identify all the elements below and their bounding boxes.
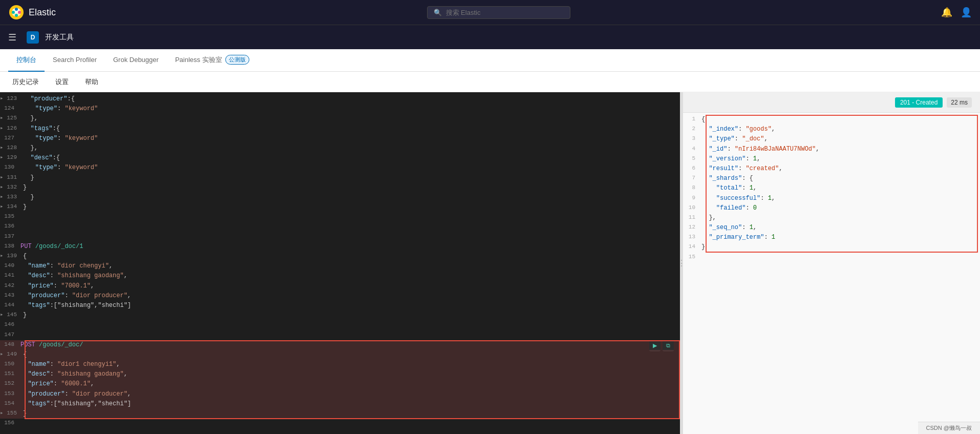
output-line-content: },	[701, 213, 976, 223]
editor-panel: ▸ 123 "producer":{124 "type": "keyword"▸…	[0, 92, 680, 434]
output-line-number: 14	[683, 242, 701, 252]
output-line-number: 12	[683, 223, 701, 232]
output-line: 10 "failed": 0	[683, 203, 980, 213]
line-number: 142	[0, 281, 20, 291]
beta-badge: 公测版	[225, 55, 249, 65]
line-number: 144	[0, 301, 20, 310]
line-number: 146	[0, 320, 20, 329]
line-number: 136	[0, 222, 20, 231]
code-line: 124 "type": "keyword"	[0, 104, 680, 114]
code-line: 146	[0, 320, 680, 330]
line-content: "tags":["shishang","shechi"]	[20, 399, 676, 409]
user-icon[interactable]: 👤	[961, 7, 972, 18]
line-content: PUT /goods/_doc/1	[20, 242, 676, 252]
output-line: 2 "_index": "goods",	[683, 125, 980, 134]
output-line-number: 10	[683, 203, 701, 213]
output-line-content: "result": "created",	[701, 164, 976, 174]
toolbar: 历史记录 设置 帮助	[0, 72, 980, 92]
code-line: ▸ 133 }	[0, 193, 680, 202]
code-line: ▸ 131 }	[0, 173, 680, 183]
code-line: ▸ 126 "tags":{	[0, 124, 680, 134]
output-line: 12 "_seq_no": 1,	[683, 223, 980, 233]
tab-painless-lab[interactable]: Painless 实验室 公测版	[167, 49, 258, 72]
output-line: 15	[683, 253, 980, 262]
settings-button[interactable]: 设置	[51, 75, 73, 89]
line-number: ▸ 125	[0, 114, 23, 123]
line-content: }	[23, 173, 676, 183]
nav-left: Elastic	[8, 4, 56, 20]
output-code[interactable]: 1{2 "_index": "goods",3 "_type": "_doc",…	[683, 113, 980, 434]
line-content: },	[23, 114, 676, 123]
line-number: ▸ 139	[0, 252, 23, 261]
line-content: "tags":["shishang","shechi"]	[20, 301, 676, 311]
code-line: 151 "desc": "shishang gaodang",	[0, 369, 680, 379]
line-number: ▸ 123	[0, 94, 23, 104]
svg-point-5	[15, 8, 18, 11]
output-line: 1{	[683, 115, 980, 125]
line-number: 150	[0, 360, 20, 369]
line-content: "type": "keyword"	[20, 104, 676, 114]
line-number: ▸ 149	[0, 350, 23, 359]
output-line: 9 "successful": 1,	[683, 194, 980, 203]
line-number: ▸ 134	[0, 202, 23, 212]
code-line: 142 "price": "7000.1",	[0, 281, 680, 291]
line-number: ▸ 155	[0, 409, 23, 418]
output-line-number: 2	[683, 125, 701, 134]
tab-grok-debugger[interactable]: Grok Debugger	[105, 49, 167, 72]
output-line: 4 "_id": "nIri84wBJaNAATU7NWOd",	[683, 144, 980, 154]
code-line: 136	[0, 222, 680, 232]
output-line: 13 "_primary_term": 1	[683, 233, 980, 242]
tab-search-profiler[interactable]: Search Profiler	[45, 49, 105, 72]
line-number: ▸ 128	[0, 143, 23, 153]
line-number: 147	[0, 330, 20, 340]
output-line: 14}	[683, 242, 980, 252]
line-content: },	[23, 143, 676, 153]
output-line-number: 15	[683, 253, 701, 262]
editor-wrapper: ▸ 123 "producer":{124 "type": "keyword"▸…	[0, 92, 680, 434]
line-content: "producer":{	[23, 94, 676, 104]
code-line: 143 "producer": "dior producer",	[0, 291, 680, 301]
code-line: ▸ 125 },	[0, 114, 680, 123]
line-content: {	[23, 350, 676, 360]
code-line: ▸ 132}	[0, 183, 680, 193]
output-line-content: "_primary_term": 1	[701, 233, 976, 242]
hamburger-menu-icon[interactable]: ☰	[8, 32, 16, 43]
code-line: 130 "type": "keyword"	[0, 163, 680, 173]
elastic-logo[interactable]: Elastic	[8, 4, 56, 20]
line-number: 143	[0, 291, 20, 300]
output-line: 6 "result": "created",	[683, 164, 980, 174]
output-line-number: 1	[683, 115, 701, 124]
code-editor[interactable]: ▸ 123 "producer":{124 "type": "keyword"▸…	[0, 92, 680, 430]
history-button[interactable]: 历史记录	[8, 75, 43, 89]
line-number: 135	[0, 212, 20, 221]
global-search-bar[interactable]: 🔍	[427, 6, 570, 19]
line-content: "name": "dior1 chengyi1",	[20, 360, 676, 369]
time-badge: 22 ms	[947, 97, 972, 108]
global-search-input[interactable]	[446, 9, 564, 16]
line-number: ▸ 133	[0, 193, 23, 202]
tab-console[interactable]: 控制台	[8, 49, 45, 72]
output-line-content: "total": 1,	[701, 183, 976, 193]
line-number: 140	[0, 261, 20, 271]
line-number: 154	[0, 399, 20, 408]
line-content: "producer": "dior producer",	[20, 291, 676, 301]
output-line-number: 5	[683, 154, 701, 163]
code-line: ▸ 129 "desc":{	[0, 153, 680, 163]
help-button[interactable]: 帮助	[81, 75, 102, 89]
code-line: 137	[0, 232, 680, 242]
line-content: "desc": "shishang gaodang",	[20, 271, 676, 281]
line-content: "price": "7000.1",	[20, 281, 676, 291]
bottom-bar: CSDN @懒鸟一叔	[918, 422, 980, 434]
output-header: 201 - Created 22 ms	[683, 92, 980, 113]
code-line: 135	[0, 212, 680, 222]
code-line: 153 "producer": "dior producer",	[0, 389, 680, 399]
code-line: ▸ 139{	[0, 252, 680, 261]
bell-icon[interactable]: 🔔	[941, 7, 952, 18]
svg-point-6	[15, 14, 18, 17]
second-navigation: ☰ D 开发工具	[0, 25, 980, 49]
line-number: 152	[0, 379, 20, 388]
line-number: 127	[0, 134, 20, 143]
line-content: "tags":{	[23, 124, 676, 134]
output-line-content: "successful": 1,	[701, 194, 976, 203]
output-line-content: }	[701, 242, 976, 252]
